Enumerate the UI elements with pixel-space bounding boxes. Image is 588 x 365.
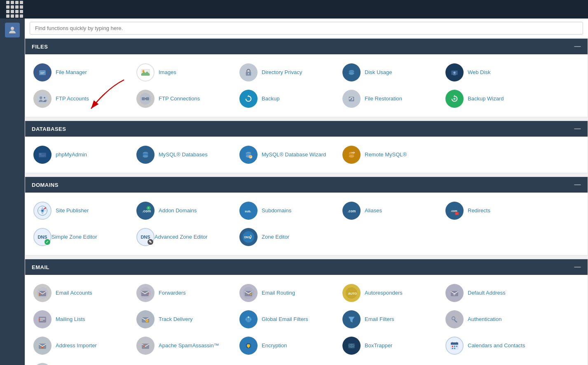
item-web-disk-label: Web Disk	[468, 69, 490, 76]
svg-rect-24	[142, 97, 145, 100]
item-encryption[interactable]: Encryption	[234, 332, 337, 359]
item-default-address[interactable]: @ Default Address	[440, 280, 543, 306]
svg-point-11	[248, 73, 249, 74]
databases-collapse[interactable]: —	[574, 125, 581, 133]
svg-rect-126	[454, 348, 455, 349]
item-aliases[interactable]: .com Aliases	[337, 198, 440, 224]
item-apache-spamassassin[interactable]: Apache SpamAssassin™	[131, 332, 234, 359]
svg-rect-22	[45, 100, 47, 102]
item-advanced-zone-editor[interactable]: DNS ✎ Advanced Zone Editor	[131, 224, 234, 250]
svg-point-21	[44, 97, 45, 99]
svg-text:W: W	[250, 156, 252, 158]
item-track-delivery[interactable]: Track Delivery	[131, 306, 234, 332]
avatar[interactable]	[5, 23, 20, 37]
svg-point-18	[453, 72, 455, 74]
sidebar	[0, 19, 25, 365]
domains-label: DOMAINS	[32, 182, 59, 188]
item-remote-mysql[interactable]: Remote MySQL®	[337, 142, 440, 168]
item-zone-editor[interactable]: DNS Zone Editor	[234, 224, 337, 250]
svg-point-43	[143, 155, 148, 158]
item-address-importer-label: Address Importer	[56, 342, 97, 349]
domains-collapse[interactable]: —	[574, 181, 581, 188]
item-forwarders[interactable]: Forwarders	[131, 280, 234, 306]
files-label: FILES	[32, 44, 48, 50]
svg-text:AUTO: AUTO	[348, 292, 357, 295]
email-collapse[interactable]: —	[574, 263, 581, 271]
svg-point-17	[453, 74, 456, 75]
item-authentication[interactable]: Authentication	[440, 306, 543, 332]
item-disk-usage[interactable]: Disk Usage	[337, 59, 440, 86]
item-advanced-zone-editor-label: Advanced Zone Editor	[155, 234, 208, 241]
item-autoresponders-label: Autoresponders	[365, 290, 403, 297]
item-email-accounts[interactable]: Email Accounts	[28, 280, 131, 306]
svg-rect-3	[39, 71, 45, 75]
svg-rect-101	[456, 321, 457, 323]
item-mailing-lists-label: Mailing Lists	[56, 316, 85, 323]
databases-label: DATABASES	[32, 126, 66, 132]
item-file-manager[interactable]: File Manager	[28, 59, 131, 86]
item-mailing-lists[interactable]: Mailing Lists	[28, 306, 131, 332]
item-email-disk-usage[interactable]: Email Disk Usage	[28, 359, 131, 365]
svg-point-51	[349, 155, 354, 158]
item-site-publisher-label: Site Publisher	[56, 207, 89, 214]
item-calendars-contacts[interactable]: Calendars and Contacts	[440, 332, 543, 359]
item-simple-zone-editor[interactable]: DNS ✓ Simple Zone Editor	[28, 224, 131, 250]
item-email-filters[interactable]: Email Filters	[337, 306, 440, 332]
svg-text:@: @	[453, 293, 456, 295]
item-remote-mysql-label: Remote MySQL®	[365, 151, 407, 158]
svg-rect-124	[456, 346, 457, 347]
item-ftp-accounts[interactable]: FTP Accounts	[28, 86, 131, 112]
item-images[interactable]: Images	[131, 59, 234, 86]
item-subdomains[interactable]: sub. Subdomains	[234, 198, 337, 224]
item-images-label: Images	[159, 69, 176, 76]
svg-text:sub.: sub.	[245, 209, 251, 213]
svg-rect-37	[39, 153, 46, 157]
item-phpmyadmin[interactable]: phpMyAdmin	[28, 142, 131, 168]
item-mysql-databases[interactable]: MySQL® Databases	[131, 142, 234, 168]
item-backup-wizard[interactable]: Backup Wizard	[440, 86, 543, 112]
item-email-routing-label: Email Routing	[262, 290, 295, 297]
item-zone-editor-label: Zone Editor	[262, 234, 289, 241]
svg-point-34	[453, 98, 455, 100]
item-autoresponders[interactable]: AUTO Autoresponders	[337, 280, 440, 306]
item-mysql-wizard[interactable]: W MySQL® Database Wizard	[234, 142, 337, 168]
svg-rect-125	[452, 348, 453, 349]
databases-section: DATABASES — phpMyAdmin	[25, 121, 588, 173]
item-redirects[interactable]: .com → Redirects	[440, 198, 543, 224]
item-ftp-connections[interactable]: FTP Connections	[131, 86, 234, 112]
svg-rect-40	[39, 156, 44, 156]
svg-point-19	[37, 93, 48, 105]
files-header: FILES —	[25, 39, 588, 54]
svg-text:→: →	[456, 212, 458, 215]
item-apache-spamassassin-label: Apache SpamAssassin™	[159, 342, 219, 349]
svg-point-8	[142, 70, 144, 72]
email-label: EMAIL	[32, 264, 49, 270]
item-global-email-filters[interactable]: Global Email Filters	[234, 306, 337, 332]
item-email-filters-label: Email Filters	[365, 316, 394, 323]
item-boxtrapper[interactable]: BoxTrapper	[337, 332, 440, 359]
item-file-restoration[interactable]: File Restoration	[337, 86, 440, 112]
item-directory-privacy[interactable]: Directory Privacy	[234, 59, 337, 86]
svg-text:DNS: DNS	[244, 236, 251, 239]
item-backup[interactable]: Backup	[234, 86, 337, 112]
item-default-address-label: Default Address	[468, 290, 506, 297]
grid-icon[interactable]	[6, 1, 23, 18]
item-directory-privacy-label: Directory Privacy	[262, 69, 302, 76]
item-file-restoration-label: File Restoration	[365, 95, 402, 102]
svg-rect-39	[39, 155, 45, 156]
item-email-routing[interactable]: Email Routing	[234, 280, 337, 306]
svg-rect-122	[452, 346, 453, 347]
item-aliases-label: Aliases	[365, 207, 382, 214]
search-input[interactable]	[30, 22, 583, 35]
svg-point-0	[11, 27, 14, 30]
item-encryption-label: Encryption	[262, 342, 287, 349]
svg-rect-119	[451, 344, 458, 345]
item-addon-domains[interactable]: .com + Addon Domains	[131, 198, 234, 224]
item-web-disk[interactable]: Web Disk	[440, 59, 543, 86]
item-site-publisher[interactable]: Site Publisher	[28, 198, 131, 224]
item-address-importer[interactable]: Address Importer	[28, 332, 131, 359]
svg-rect-123	[454, 346, 455, 347]
email-header: EMAIL —	[25, 259, 588, 275]
domains-header: DOMAINS —	[25, 177, 588, 193]
files-collapse[interactable]: —	[574, 43, 581, 50]
